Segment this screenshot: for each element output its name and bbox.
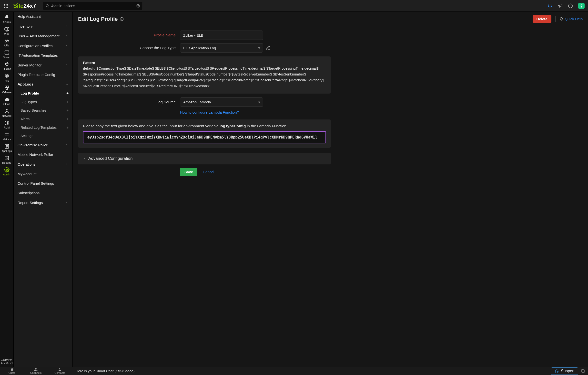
- svg-point-6: [4, 7, 5, 8]
- nav-item-help-assistant[interactable]: Help Assistant: [14, 12, 73, 21]
- bb-tab-contacts[interactable]: Contacts: [48, 367, 72, 375]
- support-button[interactable]: Support: [551, 367, 578, 375]
- log-source-select[interactable]: Amazon Lambda ▾: [180, 98, 263, 107]
- nav-sub-related-templates[interactable]: Related Log Templates+: [14, 123, 73, 132]
- topbar: Site24x7: [0, 0, 588, 12]
- kubernetes-icon: [4, 73, 10, 79]
- rail-label: Network: [2, 114, 11, 117]
- pattern-prefix: default: [83, 66, 95, 70]
- advanced-config-accordion[interactable]: Advanced Configuration: [78, 153, 331, 165]
- rail-item-vmware[interactable]: VMware: [0, 84, 14, 95]
- nav-item-report-settings[interactable]: Report Settings〉: [14, 198, 73, 207]
- nav-item-subscriptions[interactable]: Subscriptions: [14, 188, 73, 198]
- bell-icon: [4, 15, 10, 20]
- row-log-source: Log Source Amazon Lambda ▾: [78, 98, 331, 107]
- nav-item-my-account[interactable]: My Account: [14, 169, 73, 179]
- edit-icon[interactable]: [266, 46, 270, 50]
- nav-sub-settings[interactable]: Settings: [14, 132, 73, 140]
- nav-label: Server Monitor: [18, 63, 42, 67]
- search-input[interactable]: [51, 4, 134, 8]
- row-profile-name: Profile Name: [78, 31, 331, 40]
- svg-point-19: [7, 40, 9, 42]
- search-box[interactable]: [43, 2, 143, 10]
- rail-item-k8s[interactable]: K8s: [0, 72, 14, 83]
- rail-item-metrics[interactable]: Metrics: [0, 131, 14, 142]
- nav-item-applogs[interactable]: AppLogs⌄: [14, 79, 73, 89]
- nav-label: Related Log Templates: [21, 126, 57, 130]
- svg-line-10: [48, 7, 49, 7]
- svg-rect-36: [582, 370, 584, 373]
- rail-item-applogs[interactable]: AppLogs: [0, 142, 14, 154]
- users-icon: [34, 368, 38, 371]
- nav-item-user-alert[interactable]: User & Alert Management〉: [14, 31, 73, 41]
- chevron-right-icon: 〉: [65, 143, 69, 147]
- plus-icon[interactable]: +: [66, 117, 69, 121]
- nav-sub-alerts[interactable]: Alerts+: [14, 115, 73, 123]
- info-icon[interactable]: [120, 17, 124, 21]
- delete-button[interactable]: Delete: [533, 15, 551, 23]
- megaphone-icon[interactable]: [558, 3, 563, 8]
- svg-point-22: [6, 75, 8, 77]
- nav-item-inventory[interactable]: Inventory〉: [14, 21, 73, 31]
- copy-card: Please copy the text given below and giv…: [78, 120, 331, 148]
- rail-label: Reports: [2, 161, 11, 164]
- apps-grid-icon[interactable]: [3, 3, 9, 9]
- divider: [555, 16, 556, 22]
- rail-item-alarms[interactable]: Alarms: [0, 13, 14, 24]
- logo[interactable]: Site24x7: [13, 2, 36, 9]
- nav-sub-saved-searches[interactable]: Saved Searches+: [14, 106, 73, 115]
- nav-sub-log-profile[interactable]: Log Profile+: [14, 89, 73, 98]
- nav-item-operations[interactable]: Operations〉: [14, 159, 73, 169]
- rail-item-server[interactable]: Server: [0, 48, 14, 60]
- globe-icon: [4, 120, 10, 126]
- svg-rect-20: [5, 51, 9, 52]
- rail-item-network[interactable]: Network: [0, 107, 14, 118]
- rail-item-apm[interactable]: APM: [0, 37, 14, 48]
- rail-label: RUM: [4, 126, 10, 129]
- chevron-right-icon: [83, 157, 86, 160]
- logs-icon: [4, 144, 10, 149]
- nav-sub-log-types[interactable]: Log Types+: [14, 98, 73, 106]
- clipboard-icon[interactable]: [581, 369, 585, 373]
- nav-item-onprem-poller[interactable]: On-Premise Poller〉: [14, 140, 73, 150]
- accordion-label: Advanced Configuration: [88, 156, 133, 161]
- bell-icon[interactable]: [547, 3, 552, 8]
- svg-point-3: [4, 5, 5, 6]
- rail-item-plugins[interactable]: Plugins: [0, 60, 14, 71]
- bb-status[interactable]: Here is your Smart Chat (Ctrl+Space): [72, 369, 551, 373]
- nav-item-config-profiles[interactable]: Configuration Profiles〉: [14, 41, 73, 51]
- help-icon[interactable]: [568, 3, 573, 8]
- svg-point-26: [6, 109, 7, 110]
- quick-help-link[interactable]: Quick Help: [559, 17, 583, 21]
- chevron-down-icon: ⌄: [66, 82, 69, 86]
- nav-item-mobile-poller[interactable]: Mobile Network Poller: [14, 150, 73, 159]
- plus-icon[interactable]: ＋: [273, 44, 279, 52]
- nav-item-server-monitor[interactable]: Server Monitor〉: [14, 60, 73, 70]
- save-button[interactable]: Save: [180, 168, 197, 176]
- chevron-right-icon: 〉: [65, 44, 69, 48]
- rail-item-cloud[interactable]: Cloud: [0, 95, 14, 107]
- log-type-value: ELB Application Log: [180, 43, 263, 53]
- rail-item-reports[interactable]: Reports: [0, 154, 14, 165]
- rail-item-rum[interactable]: RUM: [0, 119, 14, 130]
- nav-item-automation[interactable]: IT Automation Templates: [14, 51, 73, 60]
- plus-icon[interactable]: +: [66, 91, 69, 95]
- plus-icon[interactable]: +: [66, 125, 69, 130]
- rail-item-admin[interactable]: Admin: [0, 166, 14, 177]
- rail-item-web[interactable]: Web: [0, 25, 14, 36]
- lambda-help-link[interactable]: How to configure Lambda Function?: [180, 110, 239, 114]
- bb-tab-channels[interactable]: Channels: [24, 367, 48, 375]
- cancel-link[interactable]: Cancel: [203, 170, 214, 174]
- plus-icon[interactable]: +: [66, 108, 69, 112]
- token-box[interactable]: eyJsb2sdf34dUeXBlIjoiYXdzZWxiYXBwIiwicmV…: [83, 131, 326, 143]
- rail-label: AppLogs: [2, 150, 12, 153]
- ai-assistant-icon[interactable]: [578, 3, 585, 9]
- nav-item-plugin-template[interactable]: Plugin Template Config: [14, 70, 73, 79]
- bb-tab-chats[interactable]: Chats: [0, 367, 24, 375]
- log-type-select[interactable]: ELB Application Log ▾: [180, 43, 263, 53]
- plus-icon[interactable]: +: [66, 100, 69, 104]
- nav-item-control-panel[interactable]: Control Panel Settings: [14, 179, 73, 188]
- clear-icon[interactable]: [136, 4, 140, 8]
- profile-name-input[interactable]: [180, 31, 263, 40]
- nav-label: Plugin Template Config: [18, 73, 55, 77]
